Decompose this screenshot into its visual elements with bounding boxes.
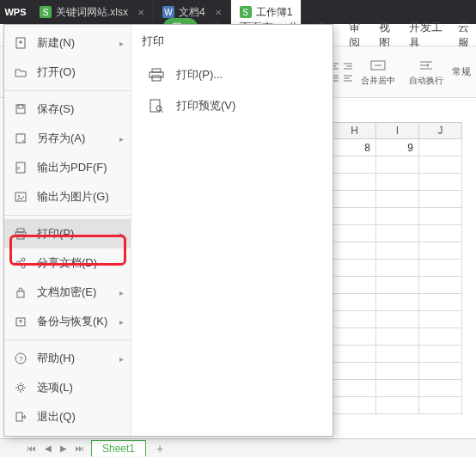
submenu-label: 打印预览(V) xyxy=(176,98,235,113)
menu-new[interactable]: 新建(N)▸ xyxy=(4,28,131,58)
submenu-title: 打印 xyxy=(142,34,322,49)
sheet-tab[interactable]: Sheet1 xyxy=(91,440,146,456)
menu-save[interactable]: 保存(S) xyxy=(4,95,131,124)
tab-label: 关键词网站.xlsx xyxy=(56,5,128,20)
chevron-right-icon: ▸ xyxy=(119,134,124,144)
menu-label: 选项(L) xyxy=(37,380,73,395)
nav-next-icon[interactable]: ▶ xyxy=(58,444,69,453)
divider xyxy=(4,340,131,340)
col-header[interactable]: J xyxy=(419,122,462,139)
menu-print[interactable]: 打印(P)▸ xyxy=(4,219,131,248)
lock-icon xyxy=(13,285,28,299)
close-icon[interactable]: ✕ xyxy=(215,8,222,17)
chevron-right-icon: ▸ xyxy=(119,354,124,364)
chevron-right-icon: ▸ xyxy=(119,230,124,239)
saveas-icon xyxy=(13,132,28,145)
format-style[interactable]: 常规 xyxy=(452,65,471,78)
menu-backup[interactable]: 备份与恢复(K)▸ xyxy=(4,307,131,336)
menu-label: 文档加密(E) xyxy=(37,285,96,300)
printer-icon xyxy=(147,66,166,83)
submenu-print-preview[interactable]: 打印预览(V) xyxy=(142,90,322,121)
preview-icon xyxy=(147,97,166,114)
svg-rect-6 xyxy=(18,105,23,108)
share-icon xyxy=(13,256,28,270)
col-header[interactable]: H xyxy=(333,122,376,139)
document-icon: W xyxy=(162,6,174,18)
close-icon[interactable]: ✕ xyxy=(137,8,144,17)
menu-encrypt[interactable]: 文档加密(E)▸ xyxy=(4,278,131,307)
spreadsheet-icon: S xyxy=(240,6,252,18)
nav-last-icon[interactable]: ⏭ xyxy=(74,444,86,453)
divider xyxy=(4,90,131,91)
sheet-tab-bar: ⏮ ◀ ▶ ⏭ Sheet1 + xyxy=(0,438,476,457)
menu-save-as[interactable]: 另存为(A)▸ xyxy=(4,124,131,153)
menu-export-pdf[interactable]: P输出为PDF(F) xyxy=(4,153,131,182)
wrap-icon xyxy=(418,58,435,73)
divider xyxy=(4,215,131,216)
svg-rect-25 xyxy=(150,72,163,77)
file-menu-panel: 新建(N)▸ 打开(O) 保存(S) 另存为(A)▸ P输出为PDF(F) 输出… xyxy=(3,24,333,437)
menu-exit[interactable]: 退出(Q) xyxy=(4,402,131,431)
open-icon xyxy=(13,65,28,79)
menu-label: 新建(N) xyxy=(37,35,75,51)
nav-first-icon[interactable]: ⏮ xyxy=(26,444,38,453)
nav-prev-icon[interactable]: ◀ xyxy=(43,444,53,453)
cell[interactable] xyxy=(333,156,376,174)
menu-label: 备份与恢复(K) xyxy=(37,314,107,329)
submenu-print[interactable]: 打印(P)... xyxy=(142,59,322,90)
save-icon xyxy=(13,102,28,116)
chevron-right-icon: ▸ xyxy=(119,317,124,327)
column-headers: H I J xyxy=(333,122,462,139)
cell[interactable]: 9 xyxy=(376,139,419,156)
chevron-right-icon: ▸ xyxy=(119,288,124,297)
menu-label: 帮助(H) xyxy=(37,351,75,366)
title-bar: WPS S 关键词网站.xlsx ✕ W 文档4 ✕ S 工作簿1 xyxy=(0,0,476,24)
svg-rect-12 xyxy=(17,229,24,232)
menu-label: 打开(O) xyxy=(37,64,76,80)
document-tab[interactable]: S 关键词网站.xlsx ✕ xyxy=(31,0,154,24)
exit-icon xyxy=(13,410,28,424)
pdf-icon: P xyxy=(13,161,28,174)
svg-text:P: P xyxy=(17,166,21,171)
cell[interactable]: 8 xyxy=(333,139,376,156)
cell[interactable] xyxy=(419,139,462,156)
style-label: 常规 xyxy=(452,65,471,78)
menu-open[interactable]: 打开(O) xyxy=(4,58,131,87)
menu-label: 打印(P) xyxy=(37,226,74,242)
svg-rect-24 xyxy=(152,69,161,72)
menu-export-image[interactable]: 输出为图片(G) xyxy=(4,182,131,211)
add-sheet-button[interactable]: + xyxy=(151,442,168,456)
gear-icon xyxy=(13,381,28,395)
menu-label: 输出为图片(G) xyxy=(37,189,109,205)
menu-options[interactable]: 选项(L) xyxy=(4,373,131,402)
backup-icon xyxy=(13,315,28,328)
wrap-label: 自动换行 xyxy=(409,75,443,87)
menu-label: 另存为(A) xyxy=(37,131,85,146)
file-submenu: 打印 打印(P)... 打印预览(V) xyxy=(131,25,333,436)
merge-center-button[interactable]: 合并居中 xyxy=(356,56,400,89)
svg-text:?: ? xyxy=(19,355,23,363)
svg-rect-18 xyxy=(17,291,24,297)
submenu-label: 打印(P)... xyxy=(176,67,223,83)
tab-label: 文档4 xyxy=(179,5,205,20)
menu-help[interactable]: ?帮助(H)▸ xyxy=(4,344,131,373)
wrap-text-button[interactable]: 自动换行 xyxy=(404,56,449,89)
svg-rect-26 xyxy=(152,76,161,81)
chevron-right-icon: ▸ xyxy=(119,39,124,48)
menu-label: 退出(Q) xyxy=(37,409,76,425)
file-menu-list: 新建(N)▸ 打开(O) 保存(S) 另存为(A)▸ P输出为PDF(F) 输出… xyxy=(4,25,131,436)
svg-rect-23 xyxy=(16,413,22,421)
image-icon xyxy=(13,190,28,204)
spreadsheet-icon: S xyxy=(40,6,52,18)
menu-label: 分享文档(D) xyxy=(37,255,97,271)
merge-icon xyxy=(369,58,387,73)
tab-label: 工作簿1 xyxy=(256,5,293,20)
svg-point-22 xyxy=(18,385,23,390)
cells[interactable]: 89 xyxy=(333,139,462,414)
svg-point-11 xyxy=(18,195,20,197)
merge-label: 合并居中 xyxy=(361,75,395,87)
menu-label: 输出为PDF(F) xyxy=(37,160,107,175)
col-header[interactable]: I xyxy=(376,122,419,139)
menu-share[interactable]: 分享文档(D) xyxy=(4,248,131,278)
new-icon xyxy=(13,36,28,50)
